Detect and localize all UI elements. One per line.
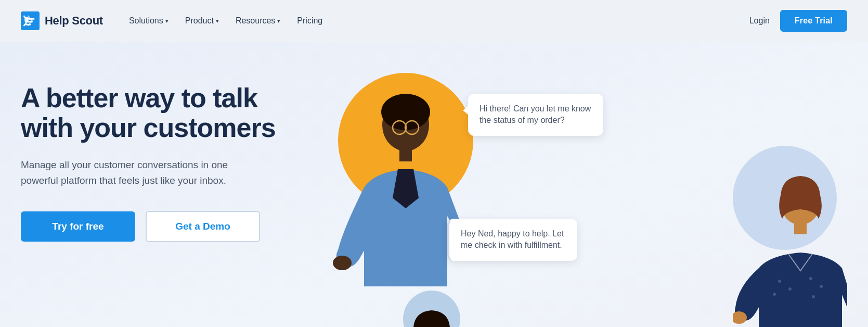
nav-right: Login Free Trial [749,10,847,32]
chat-bubble-2: Hey Ned, happy to help. Let me check in … [447,219,577,261]
solutions-chevron-icon: ▾ [165,18,169,24]
nav-resources[interactable]: Resources ▾ [228,12,288,30]
svg-rect-6 [399,148,412,161]
hero-right: Hi there! Can you let me know the status… [291,62,847,327]
svg-rect-0 [21,11,40,30]
svg-rect-9 [794,223,807,234]
hero-section: A better way to talk with your customers… [0,42,868,327]
logo-link[interactable]: Help Scout [21,11,103,30]
hero-headline: A better way to talk with your customers [21,83,291,143]
svg-point-10 [778,280,781,283]
navbar: Help Scout Solutions ▾ Product ▾ Resourc… [0,0,868,42]
try-for-free-button[interactable]: Try for free [21,211,135,242]
nav-product[interactable]: Product ▾ [178,12,226,30]
svg-point-13 [809,277,812,280]
product-chevron-icon: ▾ [216,18,219,24]
svg-point-12 [773,293,776,296]
person3-container [395,285,468,327]
svg-point-14 [820,285,823,288]
nav-solutions[interactable]: Solutions ▾ [122,12,176,30]
helpscout-logo-icon [21,11,40,30]
logo-text: Help Scout [45,14,103,28]
chat-bubble-1: Hi there! Can you let me know the status… [468,94,603,136]
hero-subtext: Manage all your customer conversations i… [21,157,244,188]
person2-container [722,146,847,327]
nav-pricing[interactable]: Pricing [290,12,330,30]
hero-buttons: Try for free Get a Demo [21,211,291,242]
person2-illustration [733,167,847,327]
hero-left: A better way to talk with your customers… [21,62,291,242]
free-trial-button[interactable]: Free Trial [780,10,847,32]
svg-point-15 [812,295,815,298]
resources-chevron-icon: ▾ [277,18,280,24]
svg-point-7 [333,256,352,270]
login-link[interactable]: Login [749,16,770,26]
svg-point-11 [788,287,792,291]
get-demo-button[interactable]: Get a Demo [146,211,260,242]
nav-links: Solutions ▾ Product ▾ Resources ▾ Pricin… [122,12,749,30]
person3-illustration [395,285,468,327]
